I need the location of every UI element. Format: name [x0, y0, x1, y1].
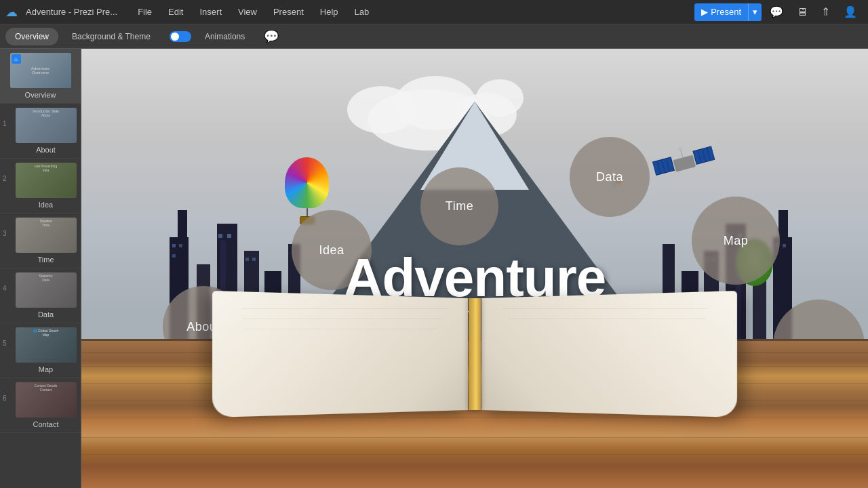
sidebar-item-overview[interactable]: ⌂ AdventureOverview Overview [0, 49, 81, 104]
overview-thumb: ⌂ AdventureOverview [10, 53, 71, 88]
present-dropdown-arrow[interactable]: ▾ [748, 3, 762, 21]
slide-4-label: Data [38, 310, 54, 319]
menu-file[interactable]: File [131, 4, 159, 20]
slide-3-thumb: TimelineTime [16, 218, 77, 253]
menu-lab[interactable]: Lab [348, 4, 376, 20]
tab-overview[interactable]: Overview [5, 28, 58, 45]
slide-canvas: 🪂 About Idea Time Data Map Contact [81, 49, 868, 488]
monitor-icon[interactable]: 🖥 [791, 3, 813, 21]
sidebar-item-data[interactable]: 4 StatisticsData Data [0, 268, 81, 323]
sidebar-item-about[interactable]: 1 Introduction SlideAbout About [0, 104, 81, 159]
animations-toggle-container: Animations [164, 28, 260, 45]
chat-icon[interactable]: 💬 [764, 3, 789, 21]
sidebar-item-time[interactable]: 3 TimelineTime Time [0, 214, 81, 268]
bubble-data-label: Data [596, 170, 623, 184]
sidebar-item-idea[interactable]: 2 Get PresentingIdea Idea [0, 159, 81, 214]
svg-rect-9 [179, 244, 182, 247]
slide-6-label: Contact [33, 420, 59, 428]
share-icon[interactable]: ⇑ [816, 3, 835, 21]
svg-rect-11 [218, 234, 222, 238]
menu-help[interactable]: Help [313, 4, 345, 20]
slide-2-thumb: Get PresentingIdea [16, 163, 77, 198]
sidebar: ⌂ AdventureOverview Overview 1 Introduct… [0, 49, 81, 488]
tab-animations[interactable]: Animations [195, 28, 254, 45]
svg-rect-10 [172, 254, 176, 258]
svg-rect-1 [178, 210, 187, 237]
svg-rect-33 [673, 155, 696, 172]
svg-rect-8 [172, 244, 176, 247]
svg-rect-12 [227, 234, 231, 238]
slide-4-thumb: StatisticsData [16, 272, 77, 308]
svg-rect-16 [778, 210, 788, 237]
svg-rect-24 [783, 244, 786, 247]
overview-label: Overview [25, 91, 56, 99]
bubble-map-label: Map [724, 234, 749, 248]
toolbar2: Overview Background & Theme Animations 💬 [0, 24, 868, 49]
bubble-map[interactable]: Map [692, 197, 780, 285]
slide-5-thumb: 🌐 Global ReachMap [16, 327, 77, 363]
play-icon: ▶ [701, 7, 708, 17]
sidebar-item-map[interactable]: 5 🌐 Global ReachMap Map [0, 323, 81, 378]
menu-view[interactable]: View [231, 4, 264, 20]
app-title: Adventure - Prezi Pre... [26, 7, 117, 17]
tab-background-theme[interactable]: Background & Theme [62, 28, 160, 45]
app-logo: ☁ [5, 5, 18, 20]
canvas-area[interactable]: 🪂 About Idea Time Data Map Contact [81, 49, 868, 488]
menu-edit[interactable]: Edit [161, 4, 190, 20]
user-icon[interactable]: 👤 [838, 3, 863, 21]
comment-icon[interactable]: 💬 [264, 29, 279, 44]
slide-1-label: About [36, 146, 56, 154]
bubble-time[interactable]: Time [420, 167, 498, 245]
main-area: ⌂ AdventureOverview Overview 1 Introduct… [0, 49, 868, 488]
present-button[interactable]: ▶ Present ▾ [694, 3, 762, 21]
svg-rect-14 [252, 258, 256, 261]
sidebar-item-contact[interactable]: 6 Contact DetailsContact Contact [0, 378, 81, 433]
menu-present[interactable]: Present [267, 4, 311, 20]
slide-1-thumb: Introduction SlideAbout [16, 108, 77, 143]
bubble-data[interactable]: Data [570, 137, 650, 217]
svg-rect-13 [245, 258, 249, 261]
slide-3-label: Time [37, 256, 54, 264]
slide-6-thumb: Contact DetailsContact [16, 382, 77, 418]
bubble-time-label: Time [446, 199, 473, 214]
slide-2-label: Idea [39, 201, 53, 209]
open-book [237, 298, 712, 420]
menu-insert[interactable]: Insert [193, 4, 229, 20]
bubble-idea-label: Idea [319, 243, 344, 258]
present-button-label: Present [711, 7, 741, 17]
home-icon: ⌂ [12, 54, 21, 64]
cloud-logo-icon: ☁ [5, 5, 18, 20]
slide-5-label: Map [39, 365, 53, 373]
svg-point-39 [678, 146, 683, 151]
animations-toggle[interactable] [170, 31, 191, 42]
topbar: ☁ Adventure - Prezi Pre... File Edit Ins… [0, 0, 868, 24]
